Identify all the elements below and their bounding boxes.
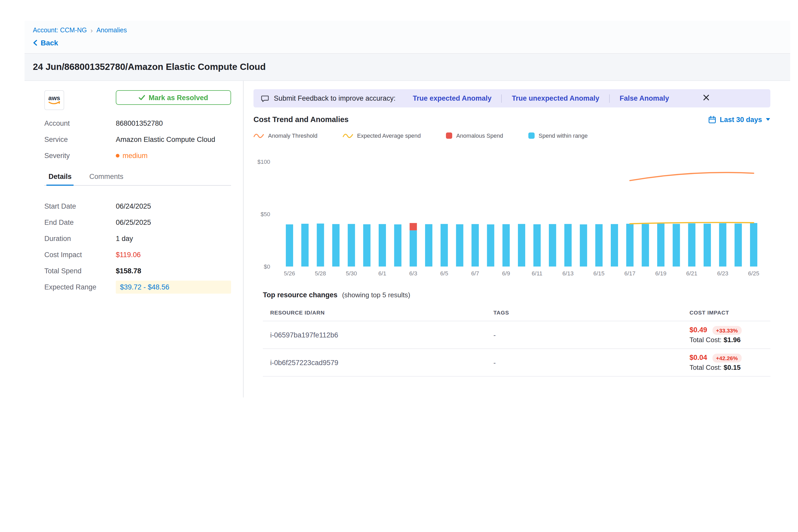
- field-end-date: End Date06/25/2025: [44, 217, 231, 227]
- anomaly-bar-6-3[interactable]: [410, 223, 417, 230]
- bar-6-24[interactable]: [735, 224, 742, 267]
- bar-5-30[interactable]: [348, 224, 355, 267]
- y-tick-label-1: $50: [261, 211, 270, 217]
- chart-area: $0$50$1005/265/285/306/16/36/56/76/96/11…: [253, 141, 771, 285]
- tab-comments[interactable]: Comments: [87, 168, 126, 185]
- field-value-expected-range: $39.72 - $48.56: [116, 281, 231, 293]
- field-service: ServiceAmazon Elastic Compute Cloud: [44, 135, 231, 145]
- total-cost-value: $1.96: [724, 336, 741, 344]
- bar-6-11[interactable]: [533, 224, 540, 267]
- bar-5-31[interactable]: [363, 224, 370, 267]
- bar-6-14[interactable]: [580, 224, 587, 267]
- bar-6-8[interactable]: [487, 224, 494, 267]
- bar-5-26[interactable]: [286, 224, 293, 267]
- chart-header: Cost Trend and Anomalies Last 30 days: [253, 115, 771, 124]
- field-label-total-spend: Total Spend: [44, 266, 116, 276]
- field-label-cost-impact: Cost Impact: [44, 250, 116, 260]
- bar-6-12[interactable]: [549, 224, 556, 267]
- bar-6-23[interactable]: [719, 223, 726, 267]
- legend-item-anomalous-spend: Anomalous Spend: [446, 132, 503, 139]
- calendar-icon: [708, 116, 716, 124]
- x-tick-label-6-21: 6/21: [686, 270, 697, 277]
- legend-square: [528, 132, 534, 139]
- cost-impact-line: $0.49+33.33%: [689, 326, 771, 334]
- legend-item-expected-average-spend: Expected Average spend: [342, 132, 421, 139]
- bar-6-1[interactable]: [379, 224, 386, 267]
- x-tick-label-6-25: 6/25: [748, 270, 759, 277]
- resources-heading: Top resource changes (showing top 5 resu…: [263, 291, 771, 299]
- anomaly-details-panel: aws Mark as Resolved Account868001352780…: [24, 81, 243, 397]
- total-cost: Total Cost:$1.96: [689, 336, 771, 344]
- back-button[interactable]: Back: [33, 39, 58, 47]
- field-label-service: Service: [44, 135, 116, 145]
- cost-trend-chart[interactable]: $0$50$1005/265/285/306/16/36/56/76/96/11…: [253, 141, 771, 283]
- legend-label-spend-within-range: Spend within range: [538, 132, 588, 139]
- total-cost-label: Total Cost:: [689, 336, 722, 344]
- bar-5-29[interactable]: [332, 224, 340, 267]
- field-cost-impact: Cost Impact$119.06: [44, 250, 231, 260]
- top-resource-changes: Top resource changes (showing top 5 resu…: [253, 291, 771, 377]
- date-range-label: Last 30 days: [720, 116, 762, 124]
- close-feedback-button[interactable]: [700, 94, 712, 103]
- bar-5-27[interactable]: [301, 224, 308, 267]
- tab-details[interactable]: Details: [46, 168, 74, 185]
- bar-6-17[interactable]: [626, 224, 633, 267]
- bar-5-28[interactable]: [317, 224, 324, 267]
- bar-6-22[interactable]: [704, 224, 711, 267]
- bar-6-5[interactable]: [440, 224, 448, 267]
- x-tick-label-6-23: 6/23: [717, 270, 728, 277]
- bar-6-10[interactable]: [518, 224, 525, 267]
- total-cost-value: $0.15: [724, 363, 741, 372]
- field-label-severity: Severity: [44, 151, 116, 160]
- mark-as-resolved-button[interactable]: Mark as Resolved: [116, 90, 231, 105]
- line-anomaly-threshold: [630, 172, 754, 180]
- feedback-option-true-unexpected-anomaly[interactable]: True unexpected Anomaly: [502, 94, 609, 102]
- x-tick-label-6-11: 6/11: [532, 270, 543, 277]
- resource-row-i-06597ba197fe112b6: i-06597ba197fe112b6-$0.49+33.33%Total Co…: [263, 321, 771, 349]
- breadcrumb-anomalies-link[interactable]: Anomalies: [96, 26, 127, 34]
- bar-6-18[interactable]: [642, 224, 649, 267]
- feedback-option-true-expected-anomaly[interactable]: True expected Anomaly: [403, 94, 501, 102]
- bar-6-9[interactable]: [502, 224, 510, 267]
- bar-6-15[interactable]: [595, 224, 603, 267]
- x-tick-label-6-15: 6/15: [593, 270, 605, 277]
- x-tick-label-6-17: 6/17: [624, 270, 635, 277]
- bar-6-20[interactable]: [672, 224, 680, 267]
- detail-fields: Start Date06/24/2025End Date06/25/2025Du…: [44, 201, 231, 292]
- resources-table: RESOURCE ID/ARNTAGSCOST IMPACT i-06597ba…: [263, 305, 771, 377]
- bar-6-21[interactable]: [688, 223, 696, 267]
- field-expected-range: Expected Range$39.72 - $48.56: [44, 282, 231, 292]
- back-label: Back: [41, 39, 58, 47]
- field-value-severity: medium: [116, 151, 148, 160]
- y-tick-label-2: $100: [258, 158, 270, 165]
- feedback-banner: Submit Feedback to improve accuracy: Tru…: [253, 89, 771, 108]
- breadcrumb-account-link[interactable]: Account: CCM-NG: [33, 26, 87, 34]
- breadcrumb-separator-icon: ›: [91, 27, 93, 34]
- resource-tags: -: [493, 321, 689, 349]
- summary-fields: Account868001352780ServiceAmazon Elastic…: [44, 118, 231, 160]
- bar-6-3[interactable]: [410, 230, 417, 267]
- aws-logo-icon: aws: [44, 90, 64, 110]
- x-tick-label-6-19: 6/19: [656, 270, 667, 277]
- field-label-expected-range: Expected Range: [44, 282, 116, 292]
- feedback-option-false-anomaly[interactable]: False Anomaly: [610, 94, 679, 102]
- bar-6-19[interactable]: [657, 224, 664, 267]
- feedback-prompt: Submit Feedback to improve accuracy:: [274, 94, 396, 102]
- bar-6-25[interactable]: [750, 223, 757, 267]
- resources-table-header: RESOURCE ID/ARNTAGSCOST IMPACT: [263, 305, 771, 321]
- bar-6-2[interactable]: [394, 224, 401, 267]
- y-tick-label-0: $0: [264, 263, 270, 270]
- bar-6-6[interactable]: [456, 224, 463, 267]
- page: Account: CCM-NG › Anomalies Back 24 Jun/…: [0, 21, 798, 532]
- bar-6-7[interactable]: [472, 224, 479, 267]
- bar-6-16[interactable]: [611, 224, 618, 267]
- bar-6-4[interactable]: [425, 224, 432, 267]
- chart-legend: Anomaly ThresholdExpected Average spendA…: [253, 132, 771, 139]
- chevron-left-icon: [33, 40, 38, 46]
- x-tick-label-6-1: 6/1: [378, 270, 386, 277]
- x-tick-label-6-3: 6/3: [409, 270, 417, 277]
- bar-6-13[interactable]: [564, 224, 572, 267]
- content: aws Mark as Resolved Account868001352780…: [24, 81, 790, 397]
- date-range-picker[interactable]: Last 30 days: [708, 116, 771, 124]
- feedback-bubble-icon: [261, 94, 269, 102]
